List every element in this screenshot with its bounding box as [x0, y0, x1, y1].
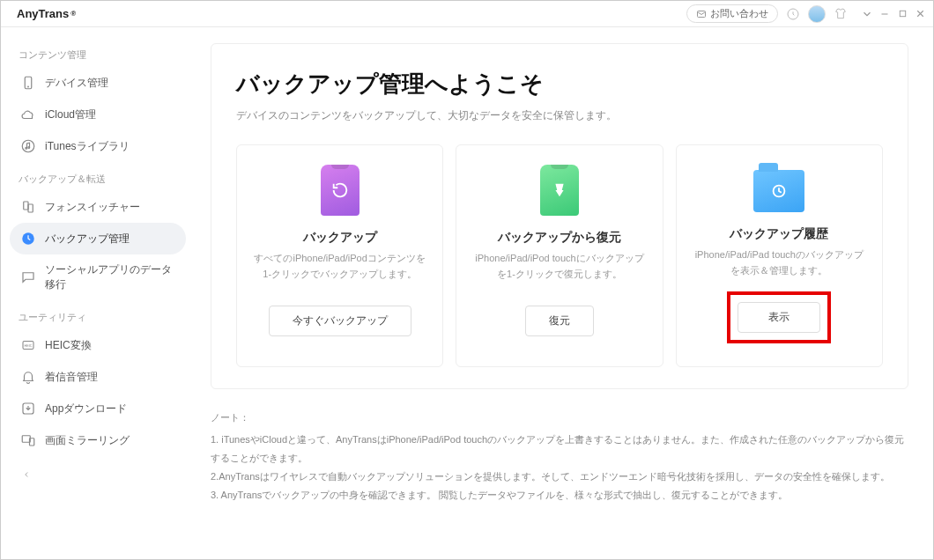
history-folder-icon	[753, 170, 804, 212]
note-line: 3. AnyTransでバックアップの中身を確認できます。 閲覧したデータやファ…	[211, 486, 908, 505]
sidebar-collapse-button[interactable]	[10, 456, 186, 493]
highlight-box: 表示	[727, 291, 831, 343]
bell-icon	[20, 369, 36, 385]
card-desc: すべてのiPhone/iPad/iPodコンテンツを1-クリックでバックアップし…	[251, 251, 428, 283]
backup-icon	[20, 231, 36, 247]
notes-section: ノート： 1. iTunesやiCloudと違って、AnyTransはiPhon…	[211, 409, 908, 504]
page-title: バックアップ管理へようこそ	[236, 69, 883, 99]
sidebar-item-label: iTunesライブラリ	[45, 139, 130, 154]
sidebar-item-itunes-lib[interactable]: iTunesライブラリ	[10, 130, 186, 162]
sidebar-item-social-migrate[interactable]: ソーシャルアプリのデータ移行	[10, 254, 186, 300]
contact-button[interactable]: お問い合わせ	[686, 4, 778, 23]
chat-icon	[20, 269, 36, 285]
svg-rect-9	[28, 204, 33, 212]
card-desc: iPhone/iPad/iPad touchのバックアップを表示＆管理します。	[691, 247, 868, 279]
shirt-icon[interactable]	[833, 6, 849, 22]
maximize-button[interactable]	[896, 8, 908, 20]
restore-phone-icon	[540, 165, 579, 216]
card-title: バックアップ	[303, 230, 377, 246]
card-title: バックアップ履歴	[730, 226, 828, 242]
mirror-icon	[20, 432, 36, 448]
sidebar-item-backup-mgmt[interactable]: バックアップ管理	[10, 223, 186, 254]
music-icon	[20, 138, 36, 154]
avatar[interactable]	[808, 5, 826, 23]
sidebar-item-ringtone[interactable]: 着信音管理	[10, 361, 186, 393]
heic-icon: HEIC	[20, 337, 36, 353]
sidebar-section-contents: コンテンツ管理	[10, 43, 186, 67]
main-content: バックアップ管理へようこそ デバイスのコンテンツをバックアップして、大切なデータ…	[195, 27, 933, 559]
switch-icon	[20, 199, 36, 215]
card-history: バックアップ履歴 iPhone/iPad/iPad touchのバックアップを表…	[676, 144, 883, 367]
sidebar-item-label: フォンスイッチャー	[45, 200, 140, 215]
bell-icon[interactable]	[785, 6, 801, 22]
sidebar-item-heic-convert[interactable]: HEIC HEIC変換	[10, 329, 186, 361]
backup-phone-icon	[321, 165, 360, 216]
sidebar: コンテンツ管理 デバイス管理 iCloud管理 iTunesライブラリ バックア…	[1, 27, 195, 559]
svg-text:HEIC: HEIC	[25, 344, 33, 348]
svg-point-7	[28, 147, 30, 149]
minimize-button[interactable]	[878, 8, 891, 20]
chevron-down-icon[interactable]	[861, 8, 873, 20]
titlebar: AnyTrans® お問い合わせ	[1, 1, 933, 27]
close-button[interactable]	[914, 8, 926, 20]
svg-rect-2	[900, 11, 905, 16]
sidebar-item-label: デバイス管理	[45, 76, 108, 91]
mail-icon	[696, 9, 707, 19]
sidebar-item-label: HEIC変換	[45, 338, 92, 353]
sidebar-item-app-download[interactable]: Appダウンロード	[10, 393, 186, 424]
sidebar-item-icloud-mgmt[interactable]: iCloud管理	[10, 99, 186, 130]
contact-label: お問い合わせ	[710, 7, 768, 20]
sidebar-item-label: 着信音管理	[45, 370, 98, 385]
svg-rect-8	[24, 202, 28, 210]
restore-button[interactable]: 復元	[525, 306, 594, 336]
app-title: AnyTrans®	[8, 7, 76, 20]
show-history-button[interactable]: 表示	[738, 302, 820, 333]
note-line: 1. iTunesやiCloudと違って、AnyTransはiPhone/iPa…	[211, 431, 908, 468]
phone-icon	[20, 75, 36, 91]
card-title: バックアップから復元	[498, 230, 621, 246]
sidebar-item-label: Appダウンロード	[45, 402, 127, 416]
sidebar-section-utility: ユーティリティ	[10, 306, 186, 329]
download-icon	[20, 401, 36, 416]
svg-point-4	[28, 86, 29, 87]
sidebar-item-label: 画面ミラーリング	[45, 433, 130, 448]
backup-now-button[interactable]: 今すぐバックアップ	[269, 306, 411, 336]
page-subtitle: デバイスのコンテンツをバックアップして、大切なデータを安全に保管します。	[236, 108, 883, 123]
svg-point-6	[26, 147, 27, 149]
svg-point-5	[22, 140, 34, 152]
cloud-icon	[20, 107, 36, 122]
sidebar-item-screen-mirror[interactable]: 画面ミラーリング	[10, 424, 186, 456]
card-backup: バックアップ すべてのiPhone/iPad/iPodコンテンツを1-クリックで…	[236, 144, 443, 367]
card-desc: iPhone/iPad/iPod touchにバックアップを1-クリックで復元し…	[471, 251, 648, 283]
notes-title: ノート：	[211, 409, 908, 427]
sidebar-item-device-mgmt[interactable]: デバイス管理	[10, 67, 186, 99]
chevron-left-icon	[22, 470, 31, 479]
sidebar-item-label: iCloud管理	[45, 107, 96, 122]
card-restore: バックアップから復元 iPhone/iPad/iPod touchにバックアップ…	[456, 144, 663, 367]
sidebar-item-phone-switcher[interactable]: フォンスイッチャー	[10, 191, 186, 223]
sidebar-section-backup: バックアップ＆転送	[10, 167, 186, 191]
note-line: 2.AnyTransはワイヤレスで自動バックアップソリューションを提供します。そ…	[211, 468, 908, 486]
sidebar-item-label: ソーシャルアプリのデータ移行	[45, 262, 175, 292]
sidebar-item-label: バックアップ管理	[45, 232, 130, 247]
